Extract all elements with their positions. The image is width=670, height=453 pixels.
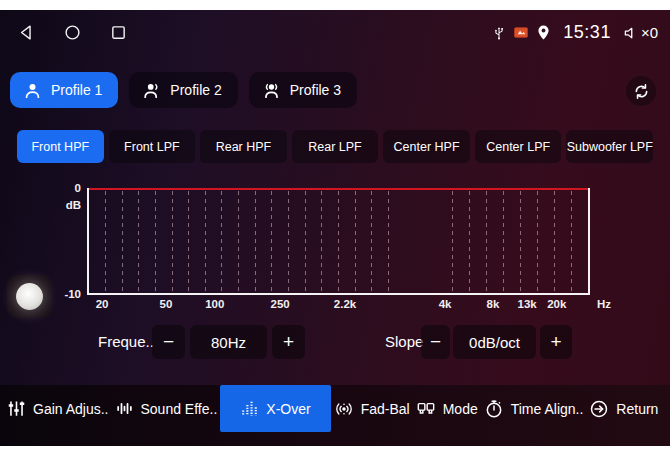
chart-gridline bbox=[305, 191, 306, 293]
nav-item-label: Sound Effe.. bbox=[141, 401, 218, 417]
chart-gridline bbox=[288, 191, 289, 293]
chart-gridline bbox=[188, 191, 189, 293]
bottom-nav-bar: Gain Adjus..Sound Effe..X-OverFad-BalMod… bbox=[0, 385, 670, 446]
slope-label: Slope bbox=[385, 325, 423, 359]
nav-item-sound-effe[interactable]: Sound Effe.. bbox=[112, 385, 221, 432]
head-unit-screen: 15:31 ×0 Profile 1Profile 2Profile 3 Fro… bbox=[0, 10, 670, 446]
person-2-icon bbox=[142, 81, 161, 100]
slope-plus-button[interactable]: + bbox=[540, 325, 572, 359]
x-tick-4k: 4k bbox=[439, 298, 452, 310]
x-tick-250: 250 bbox=[271, 298, 290, 310]
x-tick-100: 100 bbox=[205, 298, 224, 310]
refresh-icon bbox=[632, 82, 651, 101]
fader-balance-icon bbox=[334, 399, 354, 419]
chart-gridline bbox=[138, 191, 139, 293]
chart-gridline bbox=[172, 191, 173, 293]
profile-tab-2[interactable]: Profile 2 bbox=[129, 72, 237, 108]
nav-item-label: Return bbox=[616, 401, 658, 417]
x-tick-50: 50 bbox=[160, 298, 173, 310]
nav-item-time-align[interactable]: Time Align.. bbox=[481, 385, 587, 432]
frequency-value: 80Hz bbox=[190, 325, 267, 359]
nav-item-fad-bal[interactable]: Fad-Bal bbox=[331, 385, 413, 432]
nav-item-label: Gain Adjus.. bbox=[33, 401, 109, 417]
crossover-controls: Freque.. − 80Hz + Slope − 0dB/oct + bbox=[0, 325, 670, 359]
recents-icon[interactable] bbox=[110, 24, 127, 41]
chart-gridline bbox=[503, 191, 504, 293]
chart-gridline bbox=[122, 191, 123, 293]
person-icon bbox=[23, 81, 42, 100]
response-curve bbox=[89, 188, 588, 190]
slope-minus-button[interactable]: − bbox=[421, 325, 450, 359]
chart-gridline bbox=[238, 191, 239, 293]
profile-tab-label: Profile 3 bbox=[290, 82, 341, 98]
clock: 15:31 bbox=[563, 22, 611, 43]
filter-tab-center-hpf[interactable]: Center HPF bbox=[383, 130, 470, 163]
status-bar: 15:31 ×0 bbox=[0, 10, 670, 55]
chart-gridline bbox=[571, 191, 572, 293]
profile-tab-label: Profile 2 bbox=[170, 82, 221, 98]
status-indicators: 15:31 ×0 bbox=[491, 10, 658, 55]
filter-tab-subwoofer-lpf[interactable]: Subwoofer LPF bbox=[566, 130, 653, 163]
chart-gridline bbox=[105, 191, 106, 293]
return-icon bbox=[589, 399, 609, 419]
back-icon[interactable] bbox=[18, 24, 35, 41]
person-3-icon bbox=[262, 81, 281, 100]
chart-gridline bbox=[371, 191, 372, 293]
chart-gridline bbox=[388, 191, 389, 293]
frequency-plus-button[interactable]: + bbox=[272, 325, 305, 359]
crossover-eq-icon bbox=[240, 399, 259, 418]
frequency-minus-button[interactable]: − bbox=[152, 325, 185, 359]
chart-gridline bbox=[537, 191, 538, 293]
x-axis-unit: Hz bbox=[597, 298, 611, 310]
chart-gridline bbox=[486, 191, 487, 293]
profile-tab-3[interactable]: Profile 3 bbox=[249, 72, 357, 108]
x-tick-20: 20 bbox=[96, 298, 109, 310]
filter-tab-front-lpf[interactable]: Front LPF bbox=[109, 130, 196, 163]
reset-refresh-button[interactable] bbox=[626, 76, 656, 106]
profile-tab-1[interactable]: Profile 1 bbox=[10, 72, 118, 108]
x-tick-13k: 13k bbox=[518, 298, 537, 310]
knob-handle[interactable] bbox=[16, 283, 43, 310]
home-icon[interactable] bbox=[64, 24, 81, 41]
volume-level: ×0 bbox=[641, 24, 658, 41]
mode-icon bbox=[416, 399, 436, 419]
filter-tab-center-lpf[interactable]: Center LPF bbox=[475, 130, 562, 163]
x-tick-2.2k: 2.2k bbox=[334, 298, 356, 310]
profile-tab-label: Profile 1 bbox=[51, 82, 102, 98]
chart-gridline bbox=[554, 191, 555, 293]
profile-tabs: Profile 1Profile 2Profile 3 bbox=[10, 72, 357, 108]
sound-effect-icon bbox=[115, 399, 134, 418]
rotary-knob[interactable] bbox=[7, 275, 52, 318]
chart-gridline bbox=[520, 191, 521, 293]
usb-icon bbox=[491, 25, 507, 41]
chart-gridline bbox=[221, 191, 222, 293]
chart-gridline bbox=[321, 191, 322, 293]
sd-card-icon bbox=[514, 27, 528, 38]
nav-item-label: Time Align.. bbox=[511, 401, 584, 417]
crossover-filter-tabs: Front HPFFront LPFRear HPFRear LPFCenter… bbox=[17, 130, 653, 163]
chart-gridline bbox=[452, 191, 453, 293]
filter-tab-front-hpf[interactable]: Front HPF bbox=[17, 130, 104, 163]
nav-item-mode[interactable]: Mode bbox=[413, 385, 481, 432]
filter-tab-rear-lpf[interactable]: Rear LPF bbox=[292, 130, 379, 163]
y-axis-unit: dB bbox=[41, 199, 81, 211]
nav-item-return[interactable]: Return bbox=[586, 385, 661, 432]
chart-gridline bbox=[205, 191, 206, 293]
y-tick-0: 0 bbox=[41, 182, 81, 194]
android-nav-keys bbox=[18, 10, 127, 55]
nav-item-x-over[interactable]: X-Over bbox=[220, 385, 330, 432]
chart-gridline bbox=[155, 191, 156, 293]
frequency-label: Freque.. bbox=[98, 325, 154, 359]
slope-value: 0dB/oct bbox=[453, 325, 536, 359]
x-tick-8k: 8k bbox=[487, 298, 500, 310]
volume-indicator: ×0 bbox=[622, 24, 658, 42]
chart-plot-area bbox=[87, 188, 590, 295]
location-icon bbox=[535, 24, 552, 41]
filter-tab-rear-hpf[interactable]: Rear HPF bbox=[200, 130, 287, 163]
gain-sliders-icon bbox=[7, 399, 26, 418]
chart-gridline bbox=[271, 191, 272, 293]
nav-item-gain-adjus[interactable]: Gain Adjus.. bbox=[4, 385, 112, 432]
chart-gridline bbox=[255, 191, 256, 293]
nav-item-label: Fad-Bal bbox=[361, 401, 410, 417]
x-tick-20k: 20k bbox=[547, 298, 566, 310]
